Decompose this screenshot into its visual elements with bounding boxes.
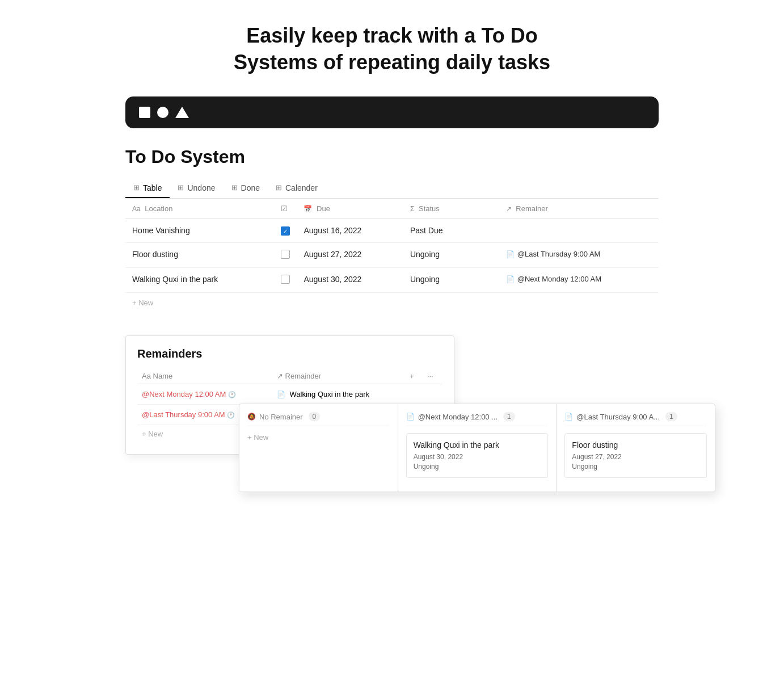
no-remainer-icon: 🔕: [247, 413, 256, 421]
board-col-no-remainer: 🔕 No Remainer 0 + New: [239, 404, 398, 492]
main-table: Aa Location ☑ 📅 Due Σ Status ↗ Remainer: [125, 199, 659, 293]
triangle-icon: [175, 107, 189, 118]
rem-row1-task: 📄 Walking Quxi in the park: [272, 384, 405, 405]
rem-row1-name: @Next Monday 12:00 AM 🕐: [137, 384, 272, 405]
board-col-next-monday: 📄 @Next Monday 12:00 ... 1 Walking Quxi …: [398, 404, 557, 492]
rem-row1-empty1: [405, 384, 423, 405]
table-header-row: Aa Location ☑ 📅 Due Σ Status ↗ Remainer: [125, 199, 659, 219]
row1-status: Past Due: [403, 219, 499, 243]
row3-checkbox[interactable]: [274, 268, 297, 293]
row2-checkbox[interactable]: [274, 243, 297, 268]
main-heading: Easily keep track with a To Do Systems o…: [34, 23, 750, 76]
board-col-last-thursday: 📄 @Last Thursday 9:00 A... 1 Floor dusti…: [557, 404, 715, 492]
row2-due: August 27, 2022: [297, 243, 403, 268]
board-card-title: Walking Quxi in the park: [414, 440, 541, 450]
due-col-icon: 📅: [304, 205, 312, 213]
list-item: @Next Monday 12:00 AM 🕐 📄 Walking Quxi i…: [137, 384, 442, 405]
tab-done[interactable]: ⊞ Done: [224, 179, 268, 198]
clock-icon: 🕐: [228, 391, 236, 398]
app-title: To Do System: [125, 146, 659, 167]
rem-col-name: Aa Name: [137, 368, 272, 384]
row1-checkbox[interactable]: ✓: [274, 219, 297, 243]
row2-status: Ungoing: [403, 243, 499, 268]
rem-col-reminder: ↗ Remainder: [272, 368, 405, 384]
row3-due: August 30, 2022: [297, 268, 403, 293]
table-row: Walking Quxi in the park August 30, 2022…: [125, 268, 659, 293]
table-row: Home Vanishing ✓ August 16, 2022 Past Du…: [125, 219, 659, 243]
tab-bar: ⊞ Table ⊞ Undone ⊞ Done ⊞ Calender: [125, 179, 659, 199]
rem-col-plus[interactable]: +: [405, 368, 423, 384]
row3-name: Walking Quxi in the park: [125, 268, 274, 293]
col-header-location: Aa Location: [125, 199, 274, 219]
tab-table[interactable]: ⊞ Table: [125, 179, 170, 198]
board-card-date: August 30, 2022: [414, 453, 541, 461]
row2-reminder: 📄 @Last Thursday 9:00 AM: [499, 243, 659, 268]
rem-row2-name-text[interactable]: @Last Thursday 9:00 AM 🕐: [142, 410, 235, 419]
tab-undone-label: Undone: [187, 183, 215, 192]
next-monday-icon: 📄: [406, 413, 415, 421]
board-card-status: Ungoing: [572, 463, 699, 471]
square-icon: [139, 107, 150, 118]
reminders-section: Remainders Aa Name ↗ Remainder +: [125, 335, 659, 455]
remainer-col-icon: ↗: [506, 205, 512, 213]
heading-line2: Systems of repeating daily tasks: [34, 49, 750, 76]
board-card-title: Floor dusting: [572, 440, 699, 450]
tab-table-icon: ⊞: [133, 183, 140, 192]
board-card-date: August 27, 2022: [572, 453, 699, 461]
row2-name: Floor dusting: [125, 243, 274, 268]
tab-done-icon: ⊞: [231, 183, 238, 192]
board-card: Floor dusting August 27, 2022 Ungoing: [564, 433, 707, 478]
clock-icon: 🕐: [227, 412, 235, 418]
app-content: To Do System ⊞ Table ⊞ Undone ⊞ Done ⊞ C…: [125, 146, 659, 455]
table-row: Floor dusting August 27, 2022 Ungoing 📄 …: [125, 243, 659, 268]
rem-row1-empty2: [423, 384, 442, 405]
col-header-status: Σ Status: [403, 199, 499, 219]
reminders-title: Remainders: [137, 347, 442, 360]
status-col-icon: Σ: [410, 205, 414, 213]
checkbox-unchecked-icon[interactable]: [281, 275, 290, 284]
board-col-last-thursday-header: 📄 @Last Thursday 9:00 A... 1: [564, 412, 707, 426]
table-new-row[interactable]: + New: [125, 293, 659, 313]
row1-due: August 16, 2022: [297, 219, 403, 243]
circle-icon: [157, 107, 168, 118]
last-thursday-icon: 📄: [564, 413, 573, 421]
board-new-no-remainer[interactable]: + New: [247, 433, 390, 442]
tab-calender[interactable]: ⊞ Calender: [268, 179, 326, 198]
col-header-check: ☑: [274, 199, 297, 219]
heading-line1: Easily keep track with a To Do: [34, 23, 750, 49]
reminder-doc-icon: 📄: [506, 275, 515, 283]
location-col-icon: Aa: [132, 205, 141, 213]
reminders-header-row: Aa Name ↗ Remainder + ···: [137, 368, 442, 384]
checkbox-unchecked-icon[interactable]: [281, 250, 290, 259]
col-header-remainer: ↗ Remainer: [499, 199, 659, 219]
row1-reminder: [499, 219, 659, 243]
tab-calender-label: Calender: [285, 183, 318, 192]
rem-reminder-icon: ↗: [277, 372, 285, 380]
col-header-due: 📅 Due: [297, 199, 403, 219]
board-col-next-monday-header: 📄 @Next Monday 12:00 ... 1: [406, 412, 549, 426]
rem-col-dots[interactable]: ···: [423, 368, 442, 384]
row3-status: Ungoing: [403, 268, 499, 293]
tab-undone[interactable]: ⊞ Undone: [170, 179, 223, 198]
tab-undone-icon: ⊞: [178, 183, 184, 192]
row1-name: Home Vanishing: [125, 219, 274, 243]
board-card: Walking Quxi in the park August 30, 2022…: [406, 433, 549, 478]
row3-reminder-text: @Next Monday 12:00 AM: [517, 275, 601, 283]
board-panel: 🔕 No Remainer 0 + New 📄 @Next Monday 12:…: [239, 404, 715, 492]
row2-reminder-text: @Last Thursday 9:00 AM: [517, 250, 601, 258]
row3-reminder: 📄 @Next Monday 12:00 AM: [499, 268, 659, 293]
tab-done-label: Done: [241, 183, 260, 192]
checkbox-checked-icon[interactable]: ✓: [281, 226, 290, 236]
rem-name-icon: Aa: [142, 372, 153, 380]
board-card-status: Ungoing: [414, 463, 541, 471]
check-col-icon: ☑: [281, 204, 288, 213]
tab-table-label: Table: [143, 183, 162, 192]
rem-doc-icon: 📄: [277, 391, 285, 398]
window-bar: [125, 96, 659, 128]
rem-row1-name-text[interactable]: @Next Monday 12:00 AM 🕐: [142, 390, 236, 398]
tab-calender-icon: ⊞: [276, 183, 282, 192]
reminder-doc-icon: 📄: [506, 250, 515, 258]
board-col-no-remainer-header: 🔕 No Remainer 0: [247, 412, 390, 426]
